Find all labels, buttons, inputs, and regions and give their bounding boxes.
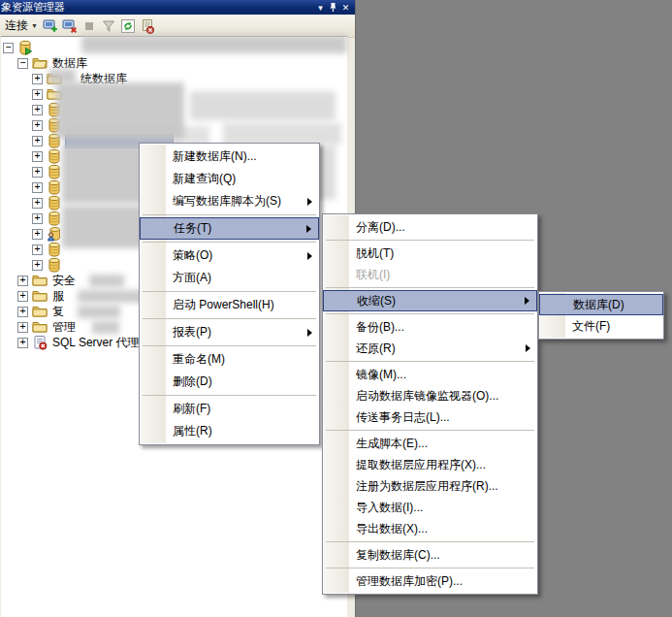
- menu-item[interactable]: 镜像(M)...: [323, 364, 537, 385]
- window-position-icon[interactable]: ▾: [314, 2, 327, 14]
- menu-item[interactable]: 文件(F): [539, 315, 663, 337]
- menu-item[interactable]: 启动 PowerShell(H): [140, 294, 319, 316]
- menu-item[interactable]: 导出数据(X)...: [323, 518, 537, 539]
- stop-icon[interactable]: [80, 17, 98, 35]
- menu-item[interactable]: 报表(P): [140, 321, 319, 343]
- menu-item[interactable]: 传送事务日志(L)...: [323, 406, 537, 428]
- database-user-icon: [47, 226, 62, 242]
- menu-separator: [326, 240, 534, 241]
- expand-box-icon[interactable]: +: [32, 244, 43, 255]
- menu-item[interactable]: 新建数据库(N)...: [140, 146, 319, 168]
- connect-server-icon[interactable]: [42, 17, 59, 35]
- menu-item[interactable]: 任务(T): [140, 217, 319, 240]
- menu-separator: [326, 361, 534, 362]
- script-error-icon[interactable]: [139, 17, 156, 35]
- database-icon: [47, 148, 62, 164]
- expand-box-icon[interactable]: +: [17, 338, 28, 348]
- menu-item[interactable]: 复制数据库(C)...: [323, 544, 537, 566]
- expand-box-icon[interactable]: +: [32, 136, 43, 146]
- menu-item[interactable]: 启动数据库镜像监视器(O)...: [323, 385, 537, 406]
- expand-box-icon[interactable]: +: [32, 74, 43, 84]
- submenu-arrow-icon: [525, 297, 529, 305]
- shrink-submenu: 数据库(D)文件(F): [538, 291, 664, 340]
- menu-separator: [326, 287, 534, 288]
- menu-item[interactable]: 刷新(F): [140, 398, 319, 420]
- menu-item[interactable]: 备份(B)...: [323, 316, 537, 338]
- tree-row-label: 安全: [50, 273, 78, 289]
- menu-item[interactable]: 还原(R): [323, 338, 537, 359]
- expand-box-icon[interactable]: +: [17, 291, 28, 302]
- folder-icon: [32, 273, 48, 288]
- database-icon: [47, 195, 62, 211]
- database-icon: [47, 164, 62, 179]
- expand-box-icon[interactable]: +: [32, 229, 43, 240]
- menu-item[interactable]: 注册为数据层应用程序(R)...: [323, 475, 537, 497]
- expand-box-icon[interactable]: +: [32, 151, 43, 162]
- redacted-text: [78, 290, 145, 303]
- context-menu: 新建数据库(N)...新建查询(Q)编写数据库脚本为(S)任务(T)策略(O)方…: [139, 143, 320, 445]
- menu-item[interactable]: 新建查询(Q): [140, 168, 319, 190]
- menu-separator: [143, 214, 316, 215]
- expand-box-icon[interactable]: +: [32, 260, 43, 271]
- close-icon[interactable]: ✕: [339, 2, 352, 14]
- expand-box-icon[interactable]: +: [17, 276, 28, 286]
- expand-box-icon[interactable]: +: [32, 89, 43, 100]
- menu-item[interactable]: 导入数据(I)...: [323, 497, 537, 518]
- expand-box-icon[interactable]: +: [32, 120, 43, 131]
- menu-item[interactable]: 管理数据库加密(P)...: [323, 570, 537, 592]
- menu-item[interactable]: 分离(D)...: [323, 216, 537, 238]
- folder-open-icon: [32, 55, 48, 71]
- database-icon: [47, 242, 62, 257]
- expand-box-icon[interactable]: +: [32, 213, 43, 224]
- redacted-text: [81, 35, 347, 53]
- expand-box-icon[interactable]: +: [17, 307, 28, 317]
- expand-box-icon[interactable]: +: [32, 105, 43, 115]
- redacted-text: [92, 321, 119, 334]
- menu-item[interactable]: 提取数据层应用程序(X)...: [323, 454, 537, 475]
- menu-item[interactable]: 方面(A): [140, 267, 319, 289]
- menu-item[interactable]: 生成脚本(E)...: [323, 433, 537, 454]
- menu-item[interactable]: 脱机(T): [323, 243, 537, 264]
- expand-box-icon[interactable]: +: [32, 167, 43, 178]
- database-icon: [47, 211, 62, 226]
- expand-box-icon[interactable]: +: [17, 322, 28, 333]
- tree-row-label: 服: [50, 288, 66, 305]
- sql-agent-icon: [32, 335, 48, 350]
- redacted-text: [223, 123, 341, 145]
- menu-item[interactable]: 编写数据库脚本为(S): [140, 190, 319, 212]
- redacted-text: [78, 306, 120, 318]
- submenu-arrow-icon: [307, 329, 312, 337]
- menu-item[interactable]: 收缩(S): [323, 290, 537, 311]
- menu-item[interactable]: 重命名(M): [140, 348, 319, 371]
- redacted-text: [190, 91, 336, 120]
- collapse-box-icon[interactable]: −: [3, 43, 14, 53]
- menu-separator: [326, 313, 534, 314]
- database-icon: [47, 179, 62, 195]
- menu-item[interactable]: 联机(I): [323, 264, 537, 285]
- folder-icon: [32, 304, 48, 319]
- submenu-arrow-icon: [307, 198, 312, 206]
- disconnect-server-icon[interactable]: [61, 17, 79, 35]
- tasks-submenu: 分离(D)...脱机(T)联机(I)收缩(S)备份(B)...还原(R)镜像(M…: [322, 213, 538, 595]
- filter-icon[interactable]: [100, 17, 117, 35]
- connect-dropdown-icon: ▼: [31, 22, 38, 29]
- pin-icon[interactable]: [327, 2, 339, 14]
- collapse-box-icon[interactable]: −: [17, 58, 28, 69]
- panel-title: 象资源管理器: [1, 0, 314, 15]
- menu-separator: [143, 242, 316, 243]
- refresh-icon[interactable]: [119, 17, 137, 35]
- database-icon: [47, 257, 62, 273]
- submenu-arrow-icon: [526, 344, 530, 352]
- menu-item[interactable]: 删除(D): [140, 371, 319, 393]
- redacted-text: [48, 69, 76, 83]
- expand-box-icon[interactable]: +: [32, 182, 43, 193]
- menu-item[interactable]: 数据库(D): [539, 294, 663, 315]
- menu-item[interactable]: 属性(R): [140, 420, 319, 442]
- menu-item[interactable]: 策略(O): [140, 244, 319, 267]
- folder-icon: [32, 319, 48, 335]
- expand-box-icon[interactable]: +: [32, 198, 43, 209]
- connect-button[interactable]: 连接 ▼: [2, 17, 41, 35]
- tree-row-label: 管理: [50, 319, 78, 336]
- connect-button-label: 连接: [5, 17, 28, 34]
- menu-separator: [326, 541, 534, 542]
